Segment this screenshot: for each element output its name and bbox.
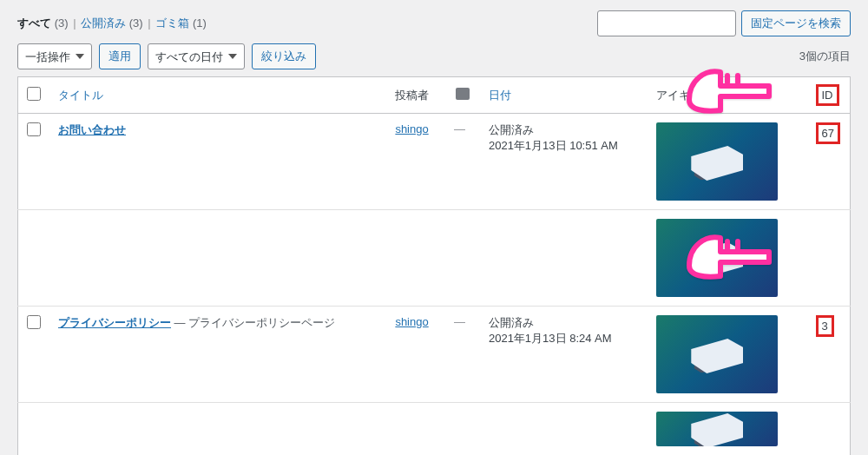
search-input[interactable] — [597, 10, 736, 36]
filter-all-label[interactable]: すべて — [17, 16, 51, 30]
row-id: 67 — [807, 114, 851, 210]
date-filter-select[interactable]: すべての日付 — [148, 43, 245, 69]
filter-published-link[interactable]: 公開済み — [81, 16, 126, 30]
filter-published-count: (3) — [129, 16, 143, 30]
items-count: 3個の項目 — [799, 49, 851, 64]
row-thumbnail — [656, 412, 778, 446]
row-thumbnail — [656, 122, 778, 201]
filter-all-count: (3) — [55, 16, 69, 30]
column-author: 投稿者 — [386, 77, 445, 114]
search-button[interactable]: 固定ページを検索 — [741, 10, 851, 36]
table-row — [18, 403, 851, 456]
row-title-link[interactable]: プライバシーポリシー — [58, 316, 171, 329]
row-comments: — — [445, 307, 480, 403]
row-subtitle: — プライバシーポリシーページ — [171, 316, 335, 329]
view-filter-links: すべて (3) | 公開済み (3) | ゴミ箱 (1) — [17, 16, 207, 31]
row-date: 公開済み 2021年1月13日 8:24 AM — [480, 307, 648, 403]
filter-trash-link[interactable]: ゴミ箱 — [155, 16, 189, 30]
pages-table: タイトル 投稿者 日付 アイキャッチ ID — [17, 76, 851, 455]
row-date: 公開済み 2021年1月13日 10:51 AM — [480, 114, 648, 210]
filter-trash-count: (1) — [193, 16, 207, 30]
column-title[interactable]: タイトル — [49, 77, 386, 114]
row-checkbox[interactable] — [27, 122, 41, 136]
filter-button[interactable]: 絞り込み — [252, 43, 316, 69]
column-thumbnail: アイキャッチ — [648, 77, 806, 114]
row-author-link[interactable]: shingo — [395, 315, 428, 328]
row-thumbnail — [656, 219, 778, 297]
table-row — [18, 210, 851, 307]
row-comments: — — [445, 114, 480, 210]
select-all-checkbox[interactable] — [27, 87, 41, 101]
column-comments[interactable] — [445, 77, 480, 114]
row-id: 3 — [807, 307, 851, 403]
bulk-action-select[interactable]: 一括操作 — [17, 43, 92, 69]
table-row: プライバシーポリシー — プライバシーポリシーページ shingo — 公開済み… — [18, 307, 851, 403]
apply-button[interactable]: 適用 — [99, 43, 141, 69]
row-title-link[interactable]: お問い合わせ — [58, 123, 126, 136]
column-date[interactable]: 日付 — [480, 77, 648, 114]
row-checkbox[interactable] — [27, 315, 41, 329]
column-id: ID — [807, 77, 851, 114]
table-row: お問い合わせ shingo — 公開済み 2021年1月13日 10:51 AM… — [18, 114, 851, 210]
comment-icon — [456, 88, 470, 100]
row-author-link[interactable]: shingo — [395, 122, 428, 135]
row-thumbnail — [656, 315, 778, 393]
